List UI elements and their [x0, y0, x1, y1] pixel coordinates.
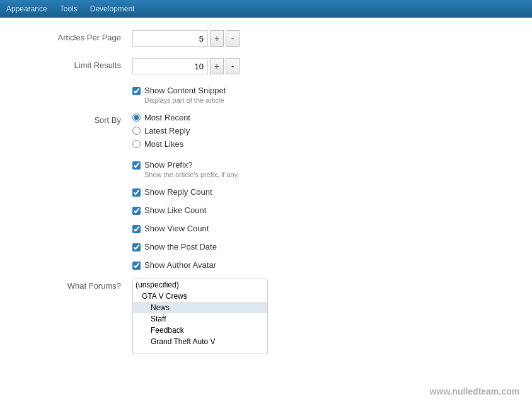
show-content-snippet-subtext: Displays part of the article [144, 96, 226, 104]
sort-latest-reply-row: Latest Reply [132, 126, 190, 136]
show-author-avatar-label: Show Author Avatar [144, 260, 216, 270]
show-prefix-subtext: Show the article's prefix, if any. [144, 171, 239, 178]
show-prefix-text: Show Prefix? [144, 160, 239, 170]
sort-most-likes-row: Most Likes [132, 139, 190, 149]
articles-per-page-input[interactable] [132, 30, 208, 47]
forum-option-news[interactable]: News [133, 302, 267, 313]
what-forums-select[interactable]: (unspecified) GTA V Crews News Staff Fee… [132, 279, 268, 354]
what-forums-row: What Forums? (unspecified) GTA V Crews N… [19, 279, 513, 354]
show-post-date-checkbox[interactable] [132, 243, 141, 251]
limit-results-input[interactable] [132, 58, 208, 74]
articles-per-page-increment[interactable]: + [210, 30, 224, 47]
nav-development[interactable]: Development [90, 4, 135, 13]
show-post-date-label: Show the Post Date [144, 242, 217, 251]
show-like-count-row: Show Like Count [132, 205, 513, 215]
forum-option-gtav-crews[interactable]: GTA V Crews [133, 291, 267, 302]
show-view-count-checkbox[interactable] [132, 225, 141, 233]
limit-results-input-wrap: + - [132, 58, 240, 74]
what-forums-control: (unspecified) GTA V Crews News Staff Fee… [132, 279, 268, 354]
show-content-snippet-row: Show Content Snippet Displays part of th… [132, 86, 513, 104]
articles-per-page-row: Articles Per Page + - [19, 30, 513, 47]
show-prefix-checkbox[interactable] [132, 161, 141, 170]
limit-results-decrement[interactable]: - [226, 58, 240, 74]
show-content-snippet-label: Show Content Snippet Displays part of th… [144, 86, 226, 104]
forum-option-feedback[interactable]: Feedback [133, 325, 267, 336]
show-content-snippet-text: Show Content Snippet [144, 86, 226, 95]
sort-latest-reply-radio[interactable] [132, 127, 141, 135]
forum-option-unspecified[interactable]: (unspecified) [133, 279, 267, 291]
show-reply-count-label: Show Reply Count [144, 187, 212, 197]
articles-per-page-decrement[interactable]: - [226, 30, 240, 47]
limit-results-increment[interactable]: + [210, 58, 224, 74]
limit-results-controls: + - [132, 58, 513, 74]
show-author-avatar-row: Show Author Avatar [132, 260, 513, 270]
show-reply-count-row: Show Reply Count [132, 187, 513, 197]
limit-results-row: Limit Results + - [19, 58, 513, 74]
forum-option-gtav[interactable]: Grand Theft Auto V [133, 336, 267, 347]
limit-results-label: Limit Results [19, 58, 132, 70]
sort-most-recent-radio[interactable] [132, 113, 141, 122]
sort-by-options: Most Recent Latest Reply Most Likes [132, 113, 190, 149]
sort-most-recent-label: Most Recent [144, 113, 190, 122]
sort-by-label: Sort By [19, 113, 132, 125]
nav-appearance[interactable]: Appearance [6, 4, 47, 13]
show-like-count-label: Show Like Count [144, 205, 206, 215]
main-content: Articles Per Page + - Limit Results + - … [0, 18, 532, 404]
nav-tools[interactable]: Tools [60, 4, 78, 13]
show-prefix-row: Show Prefix? Show the article's prefix, … [132, 160, 513, 178]
show-post-date-row: Show the Post Date [132, 242, 513, 251]
what-forums-label: What Forums? [19, 279, 132, 291]
show-view-count-row: Show View Count [132, 224, 513, 233]
show-prefix-label: Show Prefix? Show the article's prefix, … [144, 160, 239, 178]
show-view-count-label: Show View Count [144, 224, 209, 233]
articles-per-page-label: Articles Per Page [19, 30, 132, 42]
sort-most-likes-radio[interactable] [132, 140, 141, 148]
show-author-avatar-checkbox[interactable] [132, 262, 141, 270]
show-content-snippet-checkbox[interactable] [132, 87, 141, 95]
show-reply-count-checkbox[interactable] [132, 188, 141, 197]
watermark: www.nulledteam.com [429, 386, 519, 396]
sort-latest-reply-label: Latest Reply [144, 126, 190, 136]
sort-most-likes-label: Most Likes [144, 139, 183, 149]
show-like-count-checkbox[interactable] [132, 207, 141, 215]
sort-by-row: Sort By Most Recent Latest Reply Most Li… [19, 113, 513, 149]
top-nav: Appearance Tools Development [0, 0, 532, 18]
sort-most-recent-row: Most Recent [132, 113, 190, 122]
articles-per-page-controls: + - [132, 30, 513, 47]
forum-option-staff[interactable]: Staff [133, 313, 267, 325]
articles-per-page-input-wrap: + - [132, 30, 240, 47]
